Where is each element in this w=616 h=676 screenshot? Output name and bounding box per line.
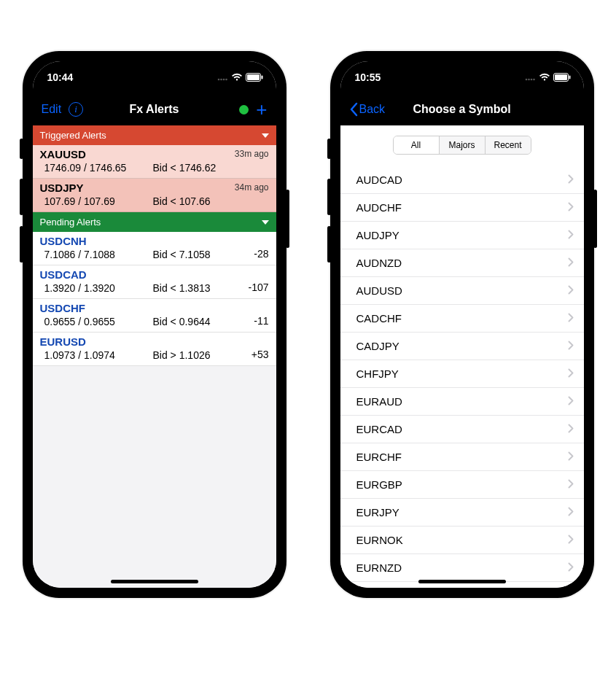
triggered-header-label: Triggered Alerts (40, 130, 106, 141)
status-time: 10:44 (47, 71, 74, 83)
battery-icon (553, 73, 571, 82)
symbol-label: AUDUSD (356, 284, 402, 297)
symbol-row[interactable]: AUDCAD (340, 166, 584, 194)
symbol-label: CADCHF (356, 312, 402, 325)
chevron-right-icon (568, 423, 574, 435)
wifi-icon (539, 73, 550, 82)
home-indicator (418, 580, 506, 583)
symbol-row[interactable]: EURCAD (340, 416, 584, 443)
alerts-list: Triggered Alerts XAUUSD 1746.09 / 1746.6… (33, 125, 276, 588)
screen-alerts: 10:44 Edit i Fx Alerts + Triggered Alert… (33, 61, 276, 588)
alert-row[interactable]: USDCNH 7.1086 / 7.1088 Bid < 7.1058 -28 (33, 232, 276, 265)
symbol-label: EURGBP (356, 478, 402, 491)
chevron-right-icon (568, 174, 574, 186)
symbol-label: EURJPY (356, 506, 399, 518)
chevron-right-icon (568, 395, 574, 408)
symbol-row[interactable]: CADJPY (340, 333, 584, 360)
symbol-row[interactable]: EURNZD (340, 554, 584, 582)
chevron-right-icon (568, 312, 574, 325)
alert-quote: 0.9655 / 0.9655 (40, 316, 153, 327)
phone-right: 10:55 Back Choose a Symbol All Majors R (330, 51, 594, 598)
chevron-right-icon (568, 534, 574, 546)
hw-button (20, 139, 23, 159)
home-indicator (111, 580, 198, 583)
symbol-row[interactable]: EURAUD (340, 388, 584, 416)
symbol-row[interactable]: EURJPY (340, 499, 584, 527)
filter-tabs: All Majors Recent (393, 136, 531, 155)
symbol-picker-content: All Majors Recent AUDCADAUDCHFAUDJPYAUDN… (340, 125, 584, 588)
symbol-row[interactable]: CADCHF (340, 305, 584, 333)
symbol-row[interactable]: AUDUSD (340, 277, 584, 305)
symbol-row[interactable]: EURGBP (340, 471, 584, 499)
symbol-label: AUDCAD (356, 174, 402, 186)
caret-down-icon (262, 220, 269, 225)
alert-quote: 107.69 / 107.69 (40, 195, 153, 207)
signal-icon (525, 74, 536, 81)
chevron-right-icon (568, 368, 574, 380)
wifi-icon (231, 73, 243, 82)
svg-rect-6 (261, 76, 262, 79)
caret-down-icon (262, 133, 269, 138)
pending-header[interactable]: Pending Alerts (33, 212, 276, 232)
symbol-label: EURNZD (356, 562, 402, 574)
tab-majors[interactable]: Majors (439, 136, 485, 154)
chevron-right-icon (568, 229, 574, 241)
tab-recent[interactable]: Recent (485, 136, 531, 154)
symbol-label: EURNOK (356, 534, 403, 546)
alert-row[interactable]: USDJPY 107.69 / 107.69 Bid < 107.66 34m … (33, 179, 276, 212)
symbol-label: EURAUD (356, 395, 402, 408)
battery-icon (246, 73, 263, 82)
tab-all[interactable]: All (394, 136, 439, 154)
alert-delta: -107 (248, 281, 268, 293)
info-icon[interactable]: i (69, 102, 83, 117)
symbol-label: EURCAD (356, 423, 402, 435)
signal-icon (217, 74, 228, 81)
phone-left: 10:44 Edit i Fx Alerts + Triggered Alert… (23, 51, 286, 598)
symbol-label: AUDNZD (356, 257, 402, 269)
hw-button (327, 226, 331, 263)
hw-button (286, 190, 289, 248)
alert-quote: 1.0973 / 1.0974 (40, 349, 153, 361)
chevron-right-icon (568, 451, 574, 463)
notch (404, 61, 521, 80)
nav-bar: Edit i Fx Alerts + (33, 93, 276, 125)
symbol-row[interactable]: AUDJPY (340, 222, 584, 249)
back-button[interactable]: Back (349, 102, 386, 117)
add-alert-button[interactable]: + (256, 100, 267, 119)
symbol-row[interactable]: CHFJPY (340, 360, 584, 388)
status-icons (217, 73, 263, 82)
alert-condition: Bid < 1746.62 (153, 162, 270, 174)
alert-row[interactable]: USDCHF 0.9655 / 0.9655 Bid < 0.9644 -11 (33, 299, 276, 333)
triggered-header[interactable]: Triggered Alerts (33, 125, 276, 145)
alert-row[interactable]: XAUUSD 1746.09 / 1746.65 Bid < 1746.62 3… (33, 145, 276, 179)
notch (96, 61, 213, 80)
symbol-row[interactable]: EURCHF (340, 443, 584, 471)
connection-status-icon (239, 105, 249, 114)
status-icons (525, 73, 571, 82)
symbol-label: AUDJPY (356, 229, 399, 241)
chevron-left-icon (349, 102, 359, 117)
chevron-right-icon (568, 478, 574, 491)
pending-header-label: Pending Alerts (40, 217, 101, 228)
nav-bar: Back Choose a Symbol (340, 93, 584, 125)
alert-symbol: USDCAD (40, 268, 270, 281)
svg-rect-12 (555, 74, 567, 80)
alert-age: 34m ago (235, 182, 269, 193)
symbol-label: AUDCHF (356, 201, 402, 214)
svg-point-10 (533, 79, 535, 81)
alert-quote: 1.3920 / 1.3920 (40, 282, 153, 294)
svg-point-1 (220, 79, 222, 81)
symbol-list[interactable]: AUDCADAUDCHFAUDJPYAUDNZDAUDUSDCADCHFCADJ… (340, 166, 584, 582)
symbol-row[interactable]: AUDNZD (340, 249, 584, 277)
symbol-row[interactable]: AUDCHF (340, 194, 584, 222)
symbol-row[interactable]: EURNOK (340, 527, 584, 554)
hw-button (327, 139, 331, 159)
svg-point-8 (528, 79, 530, 81)
chevron-right-icon (568, 562, 574, 574)
svg-point-3 (225, 79, 227, 81)
svg-point-7 (525, 79, 527, 81)
hw-button (20, 179, 23, 215)
alert-row[interactable]: USDCAD 1.3920 / 1.3920 Bid < 1.3813 -107 (33, 265, 276, 299)
alert-row[interactable]: EURUSD 1.0973 / 1.0974 Bid > 1.1026 +53 (33, 333, 276, 366)
edit-button[interactable]: Edit (42, 103, 62, 116)
